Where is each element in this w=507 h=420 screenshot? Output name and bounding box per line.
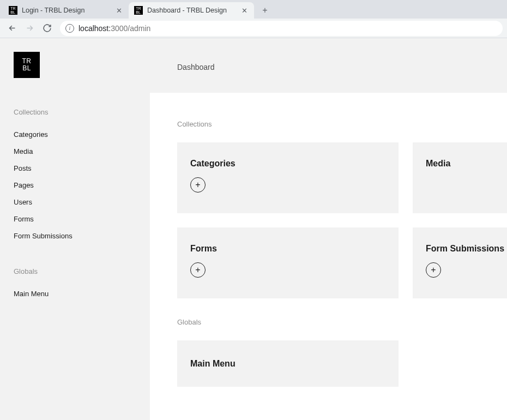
forward-button[interactable] — [22, 21, 37, 36]
sidebar-collections-list: Categories Media Posts Pages Users Forms… — [14, 126, 136, 244]
logo[interactable]: TRBL — [14, 52, 40, 78]
close-icon[interactable]: ✕ — [240, 6, 249, 15]
close-icon[interactable]: ✕ — [114, 6, 123, 15]
sidebar-item-pages[interactable]: Pages — [14, 177, 136, 194]
main: Dashboard Collections Categories + Media… — [150, 38, 507, 420]
favicon: TRBL — [9, 6, 17, 15]
app: TRBL Collections Categories Media Posts … — [0, 38, 507, 420]
sidebar-item-media[interactable]: Media — [14, 143, 136, 160]
browser-tab-login[interactable]: TRBL Login - TRBL Design ✕ — [3, 2, 129, 19]
card-media[interactable]: Media — [413, 142, 507, 213]
url-path: 3000/admin — [111, 24, 150, 33]
sidebar-group-globals: Globals — [14, 267, 136, 275]
card-categories[interactable]: Categories + — [177, 142, 399, 213]
tab-title: Login - TRBL Design — [22, 7, 110, 14]
browser-toolbar: i localhost:3000/admin — [0, 19, 507, 38]
page-header: Dashboard — [150, 38, 507, 93]
add-icon[interactable]: + — [426, 262, 441, 278]
add-icon[interactable]: + — [190, 177, 206, 193]
favicon: TRBL — [134, 6, 143, 15]
card-title: Main Menu — [190, 359, 236, 369]
reload-button[interactable] — [39, 21, 55, 36]
section-globals-title: Globals — [177, 318, 507, 326]
sidebar-item-forms[interactable]: Forms — [14, 211, 136, 227]
browser-chrome: TRBL Login - TRBL Design ✕ TRBL Dashboar… — [0, 0, 507, 38]
sidebar-item-main-menu[interactable]: Main Menu — [14, 285, 136, 302]
add-icon[interactable]: + — [190, 262, 206, 278]
card-main-menu[interactable]: Main Menu — [177, 340, 399, 387]
site-info-icon[interactable]: i — [65, 24, 74, 33]
sidebar-item-posts[interactable]: Posts — [14, 160, 136, 177]
card-title: Media — [426, 159, 507, 169]
page-title: Dashboard — [177, 63, 215, 71]
card-form-submissions[interactable]: Form Submissions + — [413, 227, 507, 298]
browser-tab-dashboard[interactable]: TRBL Dashboard - TRBL Design ✕ — [129, 2, 254, 19]
tab-strip: TRBL Login - TRBL Design ✕ TRBL Dashboar… — [0, 0, 507, 19]
sidebar-group-collections: Collections — [14, 108, 136, 116]
new-tab-button[interactable]: + — [257, 3, 273, 18]
sidebar-globals-list: Main Menu — [14, 285, 136, 302]
card-title: Forms — [190, 244, 385, 254]
sidebar-item-users[interactable]: Users — [14, 194, 136, 211]
card-row-1: Categories + Media — [177, 142, 507, 213]
section-collections-title: Collections — [177, 120, 507, 128]
back-button[interactable] — [4, 21, 20, 36]
sidebar-item-categories[interactable]: Categories — [14, 126, 136, 143]
sidebar: TRBL Collections Categories Media Posts … — [0, 38, 150, 420]
url-host: localhost: — [79, 24, 111, 33]
sidebar-item-form-submissions[interactable]: Form Submissions — [14, 227, 136, 244]
url: localhost:3000/admin — [79, 24, 150, 33]
card-forms[interactable]: Forms + — [177, 227, 399, 298]
tab-title: Dashboard - TRBL Design — [147, 7, 236, 14]
card-title: Categories — [190, 159, 385, 169]
card-row-2: Forms + Form Submissions + — [177, 227, 507, 298]
address-bar[interactable]: i localhost:3000/admin — [60, 21, 503, 36]
card-title: Form Submissions — [426, 244, 507, 254]
content: Collections Categories + Media Forms + F… — [150, 93, 507, 420]
